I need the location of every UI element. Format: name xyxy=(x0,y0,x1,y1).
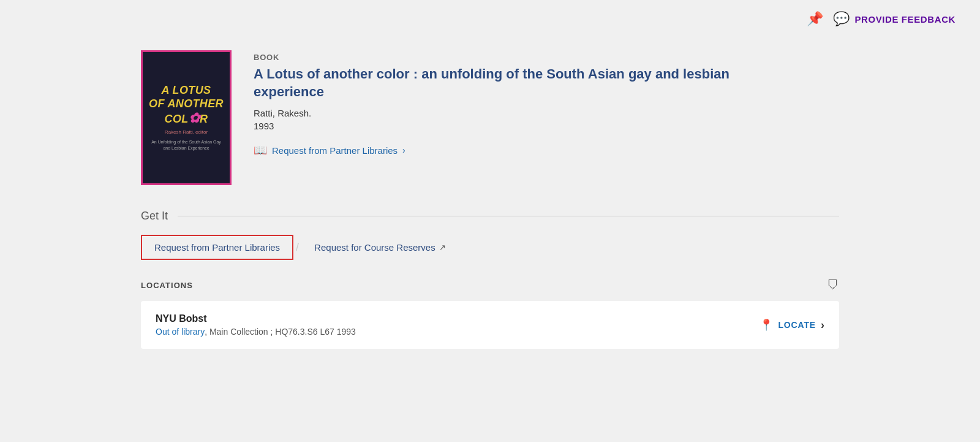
request-partner-link-header[interactable]: 📖 Request from Partner Libraries › xyxy=(254,143,839,157)
locations-title: LOCATIONS xyxy=(141,281,193,290)
location-info: NYU Bobst Out of library, Main Collectio… xyxy=(156,313,356,337)
tab-course-reserves-label: Request for Course Reserves xyxy=(314,242,435,253)
book-link-icon: 📖 xyxy=(254,143,267,157)
feedback-label: PROVIDE FEEDBACK xyxy=(854,14,956,25)
book-title: A Lotus of another color : an unfolding … xyxy=(254,66,756,101)
get-it-title: Get It xyxy=(141,210,168,223)
chevron-right-icon: › xyxy=(402,145,405,155)
main-content: A Lotusof AnotherCol✿r Rakesh Ratti, edi… xyxy=(0,38,980,373)
locations-section: LOCATIONS ⛉ NYU Bobst Out of library, Ma… xyxy=(141,278,839,349)
locate-action: 📍 LOCATE › xyxy=(760,318,824,332)
request-partner-label-header: Request from Partner Libraries xyxy=(272,145,398,156)
location-detail: Out of library, Main Collection ; HQ76.3… xyxy=(156,327,356,337)
tab-divider: / xyxy=(293,235,301,260)
location-name: NYU Bobst xyxy=(156,313,356,324)
book-type: BOOK xyxy=(254,53,839,62)
locate-label: LOCATE xyxy=(778,320,816,330)
location-card: NYU Bobst Out of library, Main Collectio… xyxy=(141,301,839,349)
book-cover-bottom: An Unfolding of the South Asian Gay and … xyxy=(149,139,224,151)
book-cover: A Lotusof AnotherCol✿r Rakesh Ratti, edi… xyxy=(141,50,232,185)
tabs-row: Request from Partner Libraries / Request… xyxy=(141,235,839,260)
top-bar: 📌 💬 PROVIDE FEEDBACK xyxy=(0,0,980,38)
locate-button[interactable]: 📍 LOCATE xyxy=(760,318,816,332)
provide-feedback-button[interactable]: 💬 PROVIDE FEEDBACK xyxy=(833,11,956,27)
filter-icon[interactable]: ⛉ xyxy=(827,278,839,292)
location-detail-text: , Main Collection ; HQ76.3.S6 L67 1993 xyxy=(205,327,356,337)
book-cover-title: A Lotusof AnotherCol✿r xyxy=(149,84,224,127)
top-bar-actions: 📌 💬 PROVIDE FEEDBACK xyxy=(807,11,956,27)
location-status: Out of library xyxy=(156,327,205,337)
book-info: BOOK A Lotus of another color : an unfol… xyxy=(254,50,839,185)
tab-request-partner[interactable]: Request from Partner Libraries xyxy=(141,235,293,260)
section-divider xyxy=(178,216,839,216)
tab-request-partner-label: Request from Partner Libraries xyxy=(154,242,280,253)
book-author: Ratti, Rakesh. xyxy=(254,108,839,118)
book-header: A Lotusof AnotherCol✿r Rakesh Ratti, edi… xyxy=(141,50,839,185)
get-it-section: Get It Request from Partner Libraries / … xyxy=(141,210,839,260)
book-cover-subtitle: Rakesh Ratti, editor xyxy=(165,129,208,135)
feedback-icon: 💬 xyxy=(833,11,850,27)
locations-header: LOCATIONS ⛉ xyxy=(141,278,839,292)
locate-chevron-icon: › xyxy=(821,319,824,332)
book-year: 1993 xyxy=(254,121,839,131)
locate-pin-icon: 📍 xyxy=(760,318,774,332)
external-link-icon: ↗ xyxy=(439,243,446,252)
section-header: Get It xyxy=(141,210,839,223)
tab-course-reserves[interactable]: Request for Course Reserves ↗ xyxy=(301,235,459,260)
pin-icon[interactable]: 📌 xyxy=(807,11,823,27)
